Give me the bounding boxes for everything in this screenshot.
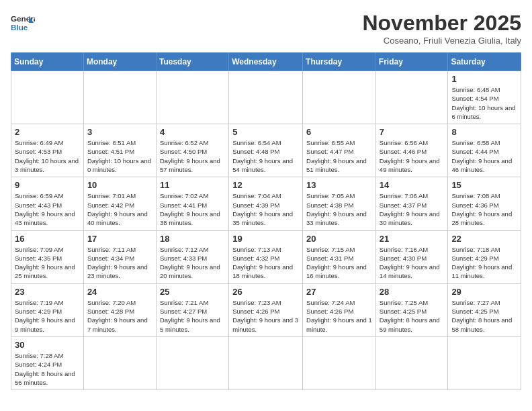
calendar-row: 16 Sunrise: 7:09 AMSunset: 4:35 PMDaylig… — [11, 230, 521, 283]
month-title: November 2025 — [362, 11, 521, 36]
day-cell-14: 14 Sunrise: 7:06 AMSunset: 4:37 PMDaylig… — [375, 177, 448, 230]
day-info: Sunrise: 7:23 AMSunset: 4:26 PMDaylight:… — [232, 298, 299, 334]
day-cell-20: 20 Sunrise: 7:15 AMSunset: 4:31 PMDaylig… — [303, 230, 376, 283]
day-number: 16 — [15, 234, 80, 244]
day-cell-11: 11 Sunrise: 7:02 AMSunset: 4:41 PMDaylig… — [156, 177, 228, 230]
day-cell-26: 26 Sunrise: 7:23 AMSunset: 4:26 PMDaylig… — [229, 283, 303, 336]
empty-cell — [11, 71, 84, 124]
day-number: 17 — [87, 234, 152, 244]
day-cell-24: 24 Sunrise: 7:20 AMSunset: 4:28 PMDaylig… — [83, 283, 156, 336]
day-number: 22 — [451, 234, 517, 244]
day-number: 8 — [451, 127, 517, 137]
day-info: Sunrise: 6:49 AMSunset: 4:53 PMDaylight:… — [15, 138, 80, 174]
day-number: 20 — [306, 234, 372, 244]
empty-cell — [375, 71, 448, 124]
day-number: 24 — [87, 287, 152, 297]
day-cell-27: 27 Sunrise: 7:24 AMSunset: 4:26 PMDaylig… — [303, 283, 376, 336]
day-number: 29 — [451, 287, 517, 297]
day-number: 14 — [380, 180, 445, 190]
calendar-row: 23 Sunrise: 7:19 AMSunset: 4:29 PMDaylig… — [11, 283, 521, 336]
day-cell-30: 30 Sunrise: 7:28 AMSunset: 4:24 PMDaylig… — [11, 336, 84, 390]
day-info: Sunrise: 6:54 AMSunset: 4:48 PMDaylight:… — [232, 138, 299, 174]
day-cell-1: 1 Sunrise: 6:48 AMSunset: 4:54 PMDayligh… — [448, 71, 521, 124]
day-number: 1 — [451, 74, 517, 84]
day-cell-12: 12 Sunrise: 7:04 AMSunset: 4:39 PMDaylig… — [229, 177, 303, 230]
calendar-row: 9 Sunrise: 6:59 AMSunset: 4:43 PMDayligh… — [11, 177, 521, 230]
day-number: 9 — [15, 180, 80, 190]
day-info: Sunrise: 6:59 AMSunset: 4:43 PMDaylight:… — [15, 191, 80, 227]
day-info: Sunrise: 7:02 AMSunset: 4:41 PMDaylight:… — [160, 191, 225, 227]
day-info: Sunrise: 7:28 AMSunset: 4:24 PMDaylight:… — [15, 351, 80, 387]
day-info: Sunrise: 7:18 AMSunset: 4:29 PMDaylight:… — [451, 245, 517, 281]
day-cell-15: 15 Sunrise: 7:08 AMSunset: 4:36 PMDaylig… — [448, 177, 521, 230]
day-number: 15 — [451, 180, 517, 190]
day-info: Sunrise: 7:01 AMSunset: 4:42 PMDaylight:… — [87, 191, 152, 227]
day-info: Sunrise: 6:52 AMSunset: 4:50 PMDaylight:… — [160, 138, 225, 174]
day-cell-2: 2 Sunrise: 6:49 AMSunset: 4:53 PMDayligh… — [11, 124, 84, 177]
day-cell-9: 9 Sunrise: 6:59 AMSunset: 4:43 PMDayligh… — [11, 177, 84, 230]
day-cell-13: 13 Sunrise: 7:05 AMSunset: 4:38 PMDaylig… — [303, 177, 376, 230]
calendar: Sunday Monday Tuesday Wednesday Thursday… — [11, 52, 521, 390]
empty-cell — [375, 336, 448, 390]
day-info: Sunrise: 6:48 AMSunset: 4:54 PMDaylight:… — [451, 85, 517, 121]
day-number: 2 — [15, 127, 80, 137]
day-cell-18: 18 Sunrise: 7:12 AMSunset: 4:33 PMDaylig… — [156, 230, 228, 283]
day-number: 25 — [160, 287, 225, 297]
empty-cell — [156, 71, 228, 124]
day-info: Sunrise: 6:58 AMSunset: 4:44 PMDaylight:… — [451, 138, 517, 174]
day-info: Sunrise: 7:08 AMSunset: 4:36 PMDaylight:… — [451, 191, 517, 227]
logo-icon: General Blue — [11, 11, 35, 35]
empty-cell — [83, 336, 156, 390]
day-number: 23 — [15, 287, 80, 297]
day-info: Sunrise: 6:56 AMSunset: 4:46 PMDaylight:… — [380, 138, 445, 174]
day-info: Sunrise: 7:13 AMSunset: 4:32 PMDaylight:… — [232, 245, 299, 281]
day-number: 28 — [380, 287, 445, 297]
day-cell-22: 22 Sunrise: 7:18 AMSunset: 4:29 PMDaylig… — [448, 230, 521, 283]
header-saturday: Saturday — [448, 53, 521, 71]
day-number: 5 — [232, 127, 299, 137]
day-info: Sunrise: 7:21 AMSunset: 4:27 PMDaylight:… — [160, 298, 225, 334]
day-info: Sunrise: 7:16 AMSunset: 4:30 PMDaylight:… — [380, 245, 445, 281]
day-info: Sunrise: 7:05 AMSunset: 4:38 PMDaylight:… — [306, 191, 372, 227]
day-cell-6: 6 Sunrise: 6:55 AMSunset: 4:47 PMDayligh… — [303, 124, 376, 177]
logo: General Blue — [11, 11, 35, 35]
day-info: Sunrise: 7:24 AMSunset: 4:26 PMDaylight:… — [306, 298, 372, 334]
day-cell-28: 28 Sunrise: 7:25 AMSunset: 4:25 PMDaylig… — [375, 283, 448, 336]
empty-cell — [448, 336, 521, 390]
day-cell-29: 29 Sunrise: 7:27 AMSunset: 4:25 PMDaylig… — [448, 283, 521, 336]
empty-cell — [303, 71, 376, 124]
header-thursday: Thursday — [303, 53, 376, 71]
day-number: 3 — [87, 127, 152, 137]
day-cell-3: 3 Sunrise: 6:51 AMSunset: 4:51 PMDayligh… — [83, 124, 156, 177]
day-number: 12 — [232, 180, 299, 190]
day-number: 19 — [232, 234, 299, 244]
day-cell-25: 25 Sunrise: 7:21 AMSunset: 4:27 PMDaylig… — [156, 283, 228, 336]
day-number: 21 — [380, 234, 445, 244]
calendar-row: 30 Sunrise: 7:28 AMSunset: 4:24 PMDaylig… — [11, 336, 521, 390]
day-info: Sunrise: 7:11 AMSunset: 4:34 PMDaylight:… — [87, 245, 152, 281]
day-cell-17: 17 Sunrise: 7:11 AMSunset: 4:34 PMDaylig… — [83, 230, 156, 283]
day-cell-4: 4 Sunrise: 6:52 AMSunset: 4:50 PMDayligh… — [156, 124, 228, 177]
page-header: General Blue November 2025 Coseano, Friu… — [11, 11, 521, 46]
day-info: Sunrise: 7:19 AMSunset: 4:29 PMDaylight:… — [15, 298, 80, 334]
day-info: Sunrise: 7:09 AMSunset: 4:35 PMDaylight:… — [15, 245, 80, 281]
empty-cell — [83, 71, 156, 124]
day-cell-10: 10 Sunrise: 7:01 AMSunset: 4:42 PMDaylig… — [83, 177, 156, 230]
day-info: Sunrise: 7:12 AMSunset: 4:33 PMDaylight:… — [160, 245, 225, 281]
day-number: 30 — [15, 340, 80, 350]
day-info: Sunrise: 7:25 AMSunset: 4:25 PMDaylight:… — [380, 298, 445, 334]
day-cell-21: 21 Sunrise: 7:16 AMSunset: 4:30 PMDaylig… — [375, 230, 448, 283]
empty-cell — [303, 336, 376, 390]
day-info: Sunrise: 6:51 AMSunset: 4:51 PMDaylight:… — [87, 138, 152, 174]
day-number: 27 — [306, 287, 372, 297]
svg-text:Blue: Blue — [11, 23, 28, 32]
header-friday: Friday — [375, 53, 448, 71]
day-number: 4 — [160, 127, 225, 137]
header-sunday: Sunday — [11, 53, 84, 71]
location: Coseano, Friuli Venezia Giulia, Italy — [362, 36, 521, 46]
day-cell-16: 16 Sunrise: 7:09 AMSunset: 4:35 PMDaylig… — [11, 230, 84, 283]
header-monday: Monday — [83, 53, 156, 71]
day-info: Sunrise: 6:55 AMSunset: 4:47 PMDaylight:… — [306, 138, 372, 174]
day-info: Sunrise: 7:15 AMSunset: 4:31 PMDaylight:… — [306, 245, 372, 281]
empty-cell — [229, 336, 303, 390]
